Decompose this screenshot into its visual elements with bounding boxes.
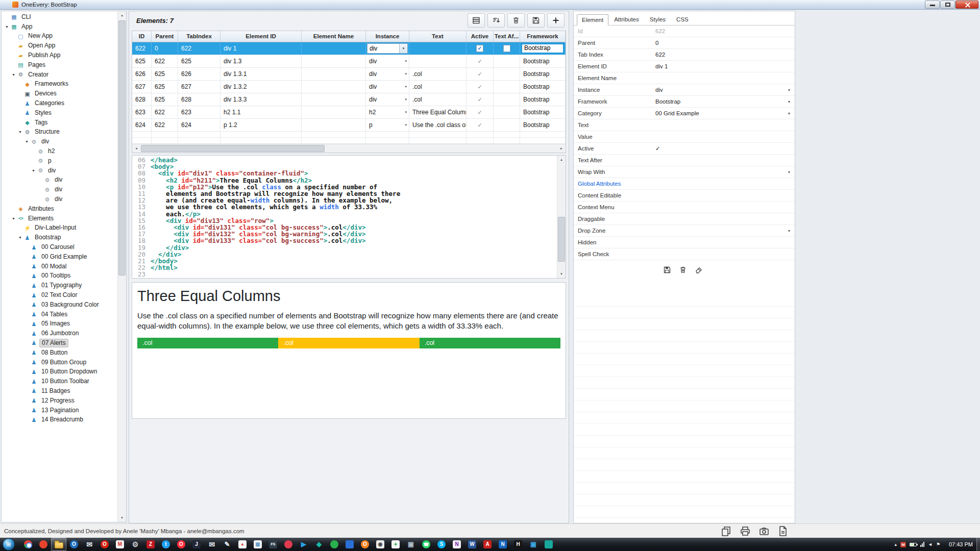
expand-arrow-icon[interactable]: ▼ (17, 130, 23, 134)
table-horizontal-scrollbar[interactable]: ◄ ► (132, 144, 566, 153)
column-header-parent[interactable]: Parent (152, 31, 178, 42)
scroll-down-icon[interactable]: ▼ (557, 270, 566, 278)
tree-item-02-text-color[interactable]: ♟02 Text Color (2, 290, 117, 300)
taskbar-whatsapp-icon[interactable]: ☎ (419, 538, 434, 551)
tree-item-00-grid-example[interactable]: ♟00 Grid Example (2, 252, 117, 262)
property-value[interactable]: 00 Grid Example (655, 110, 783, 116)
tree-item-structure[interactable]: ▼⚙Structure (2, 128, 117, 137)
tab-css[interactable]: CSS (671, 14, 694, 25)
tree-item-13-pagination[interactable]: ♟13 Pagination (2, 406, 117, 415)
taskbar-word-icon[interactable]: W (464, 538, 480, 551)
scroll-up-icon[interactable]: ▲ (118, 11, 126, 19)
taskbar-upload-icon[interactable]: ▲ (235, 538, 250, 551)
code-editor[interactable]: 06</head>07<body>08 <div id="div1" class… (132, 155, 566, 279)
tree-item-08-button[interactable]: ♟08 Button (2, 348, 117, 358)
show-desktop-button[interactable] (976, 538, 980, 551)
dropdown-arrow-icon[interactable]: ▾ (405, 68, 407, 80)
taskbar-opera-icon[interactable]: O (97, 538, 112, 551)
tab-styles[interactable]: Styles (645, 14, 671, 25)
tree-item-11-badges[interactable]: ♟11 Badges (2, 386, 117, 396)
column-header-tabindex[interactable]: TabIndex (178, 31, 220, 42)
taskbar-skype-icon[interactable]: S (434, 538, 449, 551)
table-row-623[interactable]: 623622623h2 1.1h2▾Three Equal Columns✓Bo… (132, 106, 566, 119)
tree-item-cli[interactable]: ▦CLI (2, 12, 117, 22)
dropdown-arrow-icon[interactable]: ▾ (405, 55, 407, 67)
column-header-instance[interactable]: Instance (366, 31, 409, 42)
tree-item-elements[interactable]: ▼<>Elements (2, 214, 117, 223)
tree-item-devices[interactable]: ▣Devices (2, 89, 117, 98)
column-header-text[interactable]: Text (409, 31, 467, 42)
taskbar-mail-icon[interactable]: ✉ (82, 538, 97, 551)
text-after-checkbox[interactable] (503, 45, 510, 52)
taskbar-edit-icon[interactable]: ✎ (219, 538, 235, 551)
taskbar-red-dot-icon[interactable] (281, 538, 296, 551)
sidebar-scrollbar[interactable]: ▲ ▼ (117, 11, 126, 522)
tree-item-03-background-color[interactable]: ♟03 Background Color (2, 300, 117, 310)
taskbar-j-app-icon[interactable]: J (189, 538, 204, 551)
dropdown-arrow-icon[interactable]: ▾ (783, 99, 795, 104)
tree-item-10-button-dropdown[interactable]: ♟10 Button Dropdown (2, 367, 117, 377)
start-button[interactable]: ⊞ (3, 538, 15, 550)
tree-item-05-images[interactable]: ♟05 Images (2, 319, 117, 329)
table-row-626[interactable]: 626625626div 1.3.1div▾.col✓Bootstrap (132, 68, 566, 81)
taskbar-h-app-icon[interactable]: H (510, 538, 526, 551)
taskbar-acrobat-icon[interactable]: A (480, 538, 495, 551)
battery-icon[interactable] (910, 543, 917, 546)
delete-button[interactable] (507, 13, 525, 28)
property-save-button[interactable] (662, 264, 673, 276)
taskbar-settings-icon[interactable]: ⚙ (128, 538, 143, 551)
column-header-id[interactable]: ID (132, 31, 152, 42)
taskbar-onenote-icon[interactable]: N (449, 538, 464, 551)
tree-item-div[interactable]: ▼⚙div (2, 137, 117, 146)
dropdown-arrow-icon[interactable]: ▾ (399, 44, 407, 53)
screenshot-button[interactable] (757, 525, 771, 537)
tree-item-categories[interactable]: ♟Categories (2, 98, 117, 108)
scrollbar-thumb[interactable] (141, 145, 325, 152)
property-value[interactable]: div (655, 87, 783, 93)
taskbar-z-app-icon[interactable]: Z (143, 538, 158, 551)
table-row-627[interactable]: 627625627div 1.3.2div▾.col✓Bootstrap (132, 81, 566, 93)
taskbar-firefox-icon[interactable] (36, 538, 51, 551)
scroll-down-icon[interactable]: ▼ (118, 514, 126, 522)
property-value[interactable]: 622 (655, 28, 783, 34)
minimize-button[interactable] (925, 1, 940, 9)
scroll-right-icon[interactable]: ► (557, 144, 566, 153)
dropdown-arrow-icon[interactable]: ▾ (405, 106, 407, 118)
tree-item-p[interactable]: ⚙p (2, 156, 117, 166)
global-attributes-link[interactable]: Global Attributes (574, 181, 621, 187)
volume-icon[interactable]: ◄ (928, 542, 933, 547)
action-center-flag-icon[interactable]: ⚑ (936, 542, 940, 547)
table-row-628[interactable]: 628625628div 1.3.3div▾.col✓Bootstrap (132, 93, 566, 106)
taskbar-clock[interactable]: 07:43 PM (949, 538, 973, 551)
taskbar-chrome-icon[interactable] (20, 538, 36, 551)
instance-dropdown[interactable]: div▾ (367, 43, 408, 54)
expand-arrow-icon[interactable]: ▼ (17, 236, 23, 239)
taskbar-monitor-icon[interactable]: ▣ (403, 538, 419, 551)
tree-item-frameworks[interactable]: ◆Frameworks (2, 80, 117, 89)
taskbar-mail2-icon[interactable]: ✉ (204, 538, 219, 551)
taskbar-plus-app-icon[interactable]: + (388, 538, 403, 551)
scrollbar-thumb[interactable] (558, 217, 565, 262)
property-value[interactable]: div 1 (655, 63, 783, 69)
taskbar-camera-icon[interactable]: ◉ (373, 538, 388, 551)
tree-item-bootstrap[interactable]: ▼♟Bootstrap (2, 233, 117, 242)
taskbar-explorer-icon[interactable] (51, 538, 66, 551)
tab-element[interactable]: Element (577, 14, 608, 26)
table-row-624[interactable]: 624622624p 1.2p▾Use the .col class on a … (132, 119, 566, 132)
taskbar-blue-app-icon[interactable] (342, 538, 357, 551)
property-clear-button[interactable] (693, 264, 704, 276)
copy-button[interactable] (719, 525, 733, 537)
expand-arrow-icon[interactable]: ▼ (10, 217, 17, 220)
tree-item-00-tooltips[interactable]: ♟00 Tooltips (2, 271, 117, 281)
table-row-622[interactable]: 6220622div 1div▾✓Bootstrap (132, 42, 566, 55)
framework-input[interactable]: Bootstrap (521, 43, 564, 54)
insert-rows-button[interactable] (468, 13, 485, 28)
dropdown-arrow-icon[interactable]: ▾ (405, 93, 407, 106)
dropdown-arrow-icon[interactable]: ▾ (783, 88, 795, 92)
taskbar-teal-app-icon[interactable] (541, 538, 556, 551)
table-row-625[interactable]: 625622625div 1.3div▾✓Bootstrap (132, 55, 566, 68)
export-pdf-button[interactable] (776, 525, 790, 537)
tree-item-app[interactable]: ▼▦App (2, 22, 117, 32)
expand-arrow-icon[interactable]: ▼ (4, 25, 10, 29)
taskbar-green-app-icon[interactable] (327, 538, 342, 551)
